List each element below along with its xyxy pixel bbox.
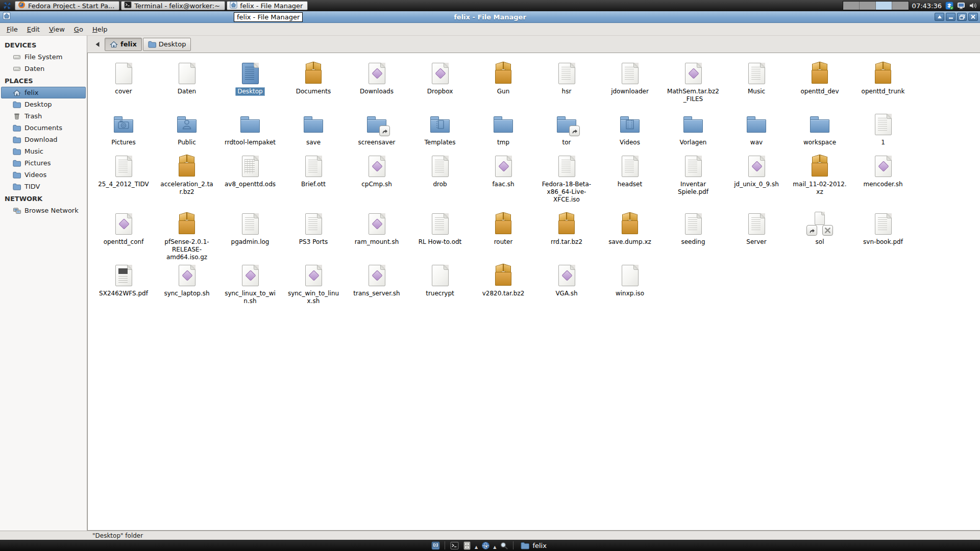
file-item[interactable]: Fedora-18-Beta- x86_64-Live- XFCE.iso: [535, 154, 598, 212]
filecabinet-launcher-icon[interactable]: [462, 540, 472, 550]
file-item[interactable]: av8_openttd.ods: [218, 154, 282, 212]
file-item[interactable]: cpCmp.sh: [345, 154, 408, 212]
sidebar-item-trash[interactable]: Trash: [1, 110, 86, 122]
file-item[interactable]: jdownloader: [598, 61, 662, 112]
file-item[interactable]: ram_mount.sh: [345, 212, 408, 263]
browser-launcher-icon[interactable]: [480, 540, 491, 550]
file-item[interactable]: Desktop: [218, 61, 282, 112]
file-item[interactable]: VGA.sh: [535, 263, 598, 320]
file-item[interactable]: SX2462WFS.pdf: [92, 263, 155, 320]
workspace-2[interactable]: [860, 2, 876, 10]
file-item[interactable]: MathSem.tar.bz2 _FILES: [662, 61, 725, 112]
workspace-pager[interactable]: [843, 1, 909, 10]
file-item[interactable]: openttd_trunk: [851, 61, 915, 112]
sidebar-item-desktop[interactable]: Desktop: [1, 98, 86, 110]
sidebar-item-documents[interactable]: Documents: [1, 122, 86, 134]
close-button[interactable]: [968, 13, 978, 21]
display-icon[interactable]: [957, 2, 965, 10]
file-item[interactable]: Pictures: [92, 112, 155, 154]
file-item[interactable]: openttd_conf: [92, 212, 155, 263]
terminal-launcher-icon[interactable]: [449, 540, 459, 550]
file-item[interactable]: 1: [851, 112, 915, 154]
file-item[interactable]: save: [282, 112, 345, 154]
file-item[interactable]: pfSense-2.0.1- RELEASE- amd64.iso.gz: [155, 212, 218, 263]
file-item[interactable]: jd_unix_0_9.sh: [725, 154, 788, 212]
window-titlebar[interactable]: felix - File Manager felix - File Manage…: [0, 11, 980, 23]
file-item[interactable]: tor: [535, 112, 598, 154]
file-item[interactable]: Server: [725, 212, 788, 263]
desktop-launcher-icon[interactable]: [430, 540, 440, 550]
file-item[interactable]: 25_4_2012_TIDV: [92, 154, 155, 212]
file-item[interactable]: Videos: [598, 112, 662, 154]
file-item[interactable]: Brief.ott: [282, 154, 345, 212]
sidebar-item-browse-network[interactable]: Browse Network: [1, 205, 86, 216]
shade-button[interactable]: [935, 13, 944, 21]
file-item[interactable]: truecrypt: [408, 263, 472, 320]
menu-edit[interactable]: Edit: [22, 24, 44, 35]
sidebar-item-tidv[interactable]: TIDV: [1, 181, 86, 192]
back-button[interactable]: [91, 38, 104, 51]
file-item[interactable]: mencoder.sh: [851, 154, 915, 212]
volume-icon[interactable]: [968, 2, 977, 10]
file-item[interactable]: rrd.tar.bz2: [535, 212, 598, 263]
taskbar-button-2[interactable]: Terminal - felix@worker:~: [121, 1, 225, 10]
search-launcher-icon[interactable]: [499, 540, 509, 550]
launcher-menu-arrow-icon[interactable]: ▲: [493, 541, 496, 550]
maximize-button[interactable]: [957, 13, 967, 21]
file-item[interactable]: acceleration_2.ta r.bz2: [155, 154, 218, 212]
file-item[interactable]: svn-book.pdf: [851, 212, 915, 263]
sidebar-item-download[interactable]: Download: [1, 134, 86, 145]
sidebar-item-pictures[interactable]: Pictures: [1, 157, 86, 169]
menu-go[interactable]: Go: [69, 24, 88, 35]
file-item[interactable]: Music: [725, 61, 788, 112]
file-item[interactable]: drob: [408, 154, 472, 212]
taskbar-button-3[interactable]: felix - File Manager: [227, 1, 308, 10]
file-item[interactable]: faac.sh: [472, 154, 535, 212]
file-item[interactable]: sol: [788, 212, 851, 263]
panel-applications-icon[interactable]: [2, 1, 13, 10]
bottom-window-button-felix[interactable]: felix: [518, 542, 550, 549]
file-item[interactable]: save.dump.xz: [598, 212, 662, 263]
menu-view[interactable]: View: [44, 24, 69, 35]
file-item[interactable]: sync_linux_to_wi n.sh: [218, 263, 282, 320]
file-item[interactable]: pgadmin.log: [218, 212, 282, 263]
file-item[interactable]: Documents: [282, 61, 345, 112]
file-item[interactable]: headset: [598, 154, 662, 212]
menu-file[interactable]: File: [2, 24, 22, 35]
menu-help[interactable]: Help: [88, 24, 112, 35]
file-item[interactable]: Downloads: [345, 61, 408, 112]
file-item[interactable]: Gun: [472, 61, 535, 112]
file-item[interactable]: Templates: [408, 112, 472, 154]
file-item[interactable]: screensaver: [345, 112, 408, 154]
file-item[interactable]: Dropbox: [408, 61, 472, 112]
sidebar-item-file-system[interactable]: File System: [1, 51, 86, 63]
file-item[interactable]: Daten: [155, 61, 218, 112]
taskbar-button-1[interactable]: Fedora Project - Start Pa...: [15, 1, 119, 10]
file-item[interactable]: workspace: [788, 112, 851, 154]
workspace-3[interactable]: [876, 2, 892, 10]
file-item[interactable]: rrdtool-lempaket: [218, 112, 282, 154]
file-item[interactable]: trans_server.sh: [345, 263, 408, 320]
file-item[interactable]: winxp.iso: [598, 263, 662, 320]
sidebar-item-videos[interactable]: Videos: [1, 169, 86, 181]
file-item[interactable]: seeding: [662, 212, 725, 263]
sidebar-item-felix[interactable]: felix: [1, 87, 86, 98]
file-item[interactable]: Inventar Spiele.pdf: [662, 154, 725, 212]
launcher-menu-arrow-icon[interactable]: ▲: [475, 541, 478, 550]
file-item[interactable]: v2820.tar.bz2: [472, 263, 535, 320]
sidebar-item-music[interactable]: Music: [1, 145, 86, 157]
minimize-button[interactable]: [946, 13, 955, 21]
path-button-felix[interactable]: felix: [105, 38, 142, 51]
sidebar-item-daten[interactable]: Daten: [1, 63, 86, 74]
file-item[interactable]: mail_11-02-2012. xz: [788, 154, 851, 212]
file-item[interactable]: PS3 Ports: [282, 212, 345, 263]
file-item[interactable]: hsr: [535, 61, 598, 112]
file-item[interactable]: Public: [155, 112, 218, 154]
path-button-desktop[interactable]: Desktop: [143, 38, 191, 51]
workspace-4[interactable]: [892, 2, 909, 10]
file-item[interactable]: cover: [92, 61, 155, 112]
file-item[interactable]: router: [472, 212, 535, 263]
file-item[interactable]: Vorlagen: [662, 112, 725, 154]
file-item[interactable]: RL How-to.odt: [408, 212, 472, 263]
file-item[interactable]: wav: [725, 112, 788, 154]
